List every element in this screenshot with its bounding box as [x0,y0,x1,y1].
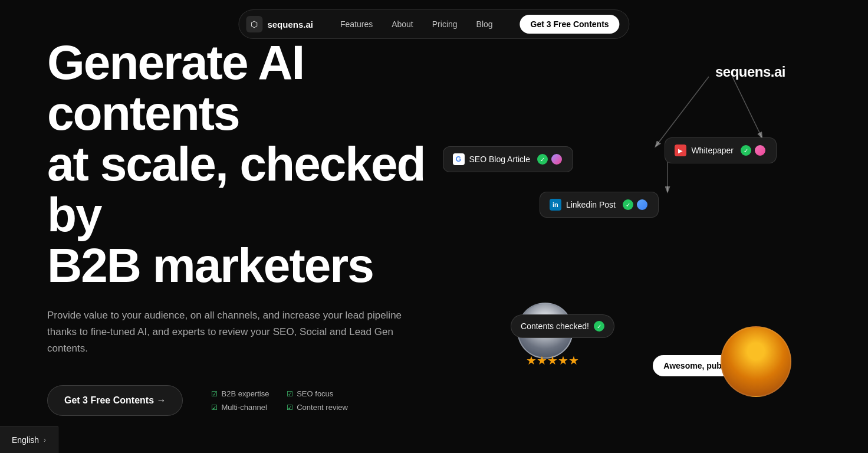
linkedin-check: ✓ [623,198,649,211]
check-review: ☑ Content review [287,403,348,412]
nav-pricing[interactable]: Pricing [424,16,466,32]
nav-about[interactable]: About [383,16,422,32]
whitepaper-check: ✓ [741,144,767,157]
linkedin-avatar [636,198,649,211]
nav-cta-button[interactable]: Get 3 Free Contents [520,15,620,34]
nav-logo[interactable]: ⬡ sequens.ai [246,16,313,32]
hero-subtext: Provide value to your audience, on all c… [47,307,413,357]
check-review-icon: ☑ [287,403,293,412]
reviewer-avatar-man [517,303,573,359]
check-seo-icon: ☑ [287,390,293,398]
seo-check-icon: ✓ [537,154,548,165]
card-whitepaper: ▶ Whitepaper ✓ [665,137,777,163]
linkedin-check-icon: ✓ [623,199,633,210]
visual-logo: sequens.ai [715,64,785,80]
linkedin-icon: in [550,199,561,211]
line-logo-seo [656,77,709,146]
logo-text: sequens.ai [267,19,313,29]
whitepaper-icon: ▶ [675,145,686,156]
hero-section: Generate AI contents at scale, checked b… [0,0,868,453]
seo-avatar [550,153,563,166]
reviewer-avatar-woman [721,326,791,397]
awesome-published-bubble: Awesome, published! [653,355,759,376]
contents-checked-icon: ✓ [594,321,604,331]
whitepaper-check-icon: ✓ [741,145,751,156]
nav-blog[interactable]: Blog [468,16,501,32]
check-b2b: ☑ B2B expertise [211,389,272,398]
nav-features[interactable]: Features [332,16,381,32]
nav-links: Features About Pricing Blog [332,16,501,32]
hero-headline: Generate AI contents at scale, checked b… [47,37,489,291]
whitepaper-avatar [754,144,767,157]
reviewer-avatar-man-inner [518,304,572,357]
rating-stars: ★★★★★ [526,353,579,367]
language-switcher[interactable]: English › [0,426,58,453]
contents-checked-bubble: Contents checked! ✓ [511,314,614,338]
line-logo-whitepaper [732,77,762,137]
hero-actions: Get 3 Free Contents → ☑ B2B expertise ☑ … [47,385,489,416]
check-b2b-icon: ☑ [211,390,218,398]
navbar: ⬡ sequens.ai Features About Pricing Blog… [238,9,629,39]
language-arrow-icon: › [44,436,46,444]
check-multi: ☑ Multi-channel [211,403,272,412]
check-multi-icon: ☑ [211,403,218,412]
hero-cta-button[interactable]: Get 3 Free Contents → [47,385,183,416]
logo-icon: ⬡ [246,16,262,32]
hero-checkmarks: ☑ B2B expertise ☑ SEO focus ☑ Multi-chan… [211,389,347,412]
card-linkedin: in Linkedin Post ✓ [540,192,659,218]
connector-lines [455,0,868,453]
seo-check: ✓ [537,153,563,166]
hero-visual: sequens.ai G SEO Blog Article ✓ [455,0,868,453]
hero-left: Generate AI contents at scale, checked b… [47,37,489,416]
language-label: English [12,435,39,445]
check-seo: ☑ SEO focus [287,389,348,398]
